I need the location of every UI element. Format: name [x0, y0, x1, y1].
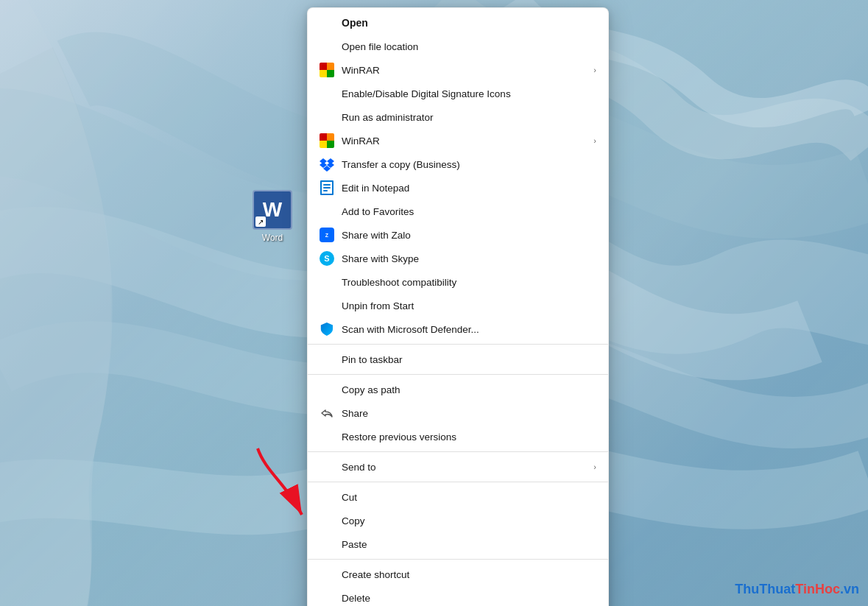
- share-icon: [320, 406, 334, 420]
- no-icon: [320, 591, 334, 605]
- menu-separator: [308, 482, 608, 482]
- no-icon: [320, 298, 334, 313]
- skype-icon: S: [320, 251, 334, 266]
- menu-item-label-unpin-start: Unpin from Start: [342, 300, 596, 311]
- submenu-chevron-send-to: ›: [593, 462, 596, 471]
- menu-item-label-restore-versions: Restore previous versions: [342, 431, 596, 443]
- watermark-text-part1: Thu: [735, 582, 759, 596]
- menu-item-share[interactable]: Share: [308, 401, 608, 425]
- no-icon: [320, 39, 334, 54]
- menu-item-unpin-start[interactable]: Unpin from Start: [308, 294, 608, 317]
- menu-item-label-copy: Copy: [342, 515, 596, 526]
- word-icon[interactable]: W ↗: [253, 190, 292, 230]
- menu-item-enable-disable-sig[interactable]: Enable/Disable Digital Signature Icons: [308, 82, 608, 105]
- menu-item-restore-versions[interactable]: Restore previous versions: [308, 425, 608, 448]
- menu-item-label-copy-as-path: Copy as path: [342, 384, 596, 395]
- watermark-vn: vn: [844, 582, 859, 596]
- menu-item-label-open: Open: [342, 17, 596, 29]
- menu-separator: [308, 451, 608, 452]
- no-icon: [320, 86, 334, 101]
- winrar-icon: [320, 63, 334, 77]
- no-icon: [320, 352, 334, 367]
- menu-item-edit-notepad[interactable]: Edit in Notepad: [308, 176, 608, 200]
- menu-item-winrar-1[interactable]: WinRAR›: [308, 58, 608, 82]
- menu-item-label-create-shortcut: Create shortcut: [342, 569, 596, 580]
- menu-item-paste[interactable]: Paste: [308, 532, 608, 556]
- menu-item-label-add-favorites: Add to Favorites: [342, 206, 596, 217]
- no-icon: [320, 110, 334, 124]
- menu-item-label-pin-taskbar: Pin to taskbar: [342, 354, 596, 365]
- dropbox-icon: [320, 157, 334, 172]
- menu-item-label-winrar-2: WinRAR: [342, 135, 586, 147]
- menu-item-label-run-as-admin: Run as administrator: [342, 112, 596, 123]
- menu-item-label-winrar-1: WinRAR: [342, 65, 586, 76]
- menu-item-label-send-to: Send to: [342, 462, 586, 473]
- menu-item-label-cut: Cut: [342, 492, 596, 503]
- watermark-text-part4: Hoc: [815, 582, 840, 596]
- winrar-icon: [320, 133, 334, 148]
- menu-item-label-delete: Delete: [342, 593, 596, 604]
- menu-item-label-paste: Paste: [342, 539, 596, 550]
- menu-item-winrar-2[interactable]: WinRAR›: [308, 129, 608, 152]
- menu-separator: [308, 374, 608, 375]
- menu-item-troubleshoot[interactable]: Troubleshoot compatibility: [308, 270, 608, 294]
- menu-item-share-zalo[interactable]: Z Share with Zalo: [308, 223, 608, 247]
- submenu-chevron-winrar-2: ›: [593, 136, 596, 145]
- no-icon: [320, 513, 334, 528]
- shortcut-arrow-icon: ↗: [255, 216, 266, 227]
- no-icon: [320, 490, 334, 504]
- submenu-chevron-winrar-1: ›: [593, 66, 596, 74]
- no-icon: [320, 15, 334, 30]
- menu-item-create-shortcut[interactable]: Create shortcut: [308, 563, 608, 586]
- no-icon: [320, 429, 334, 444]
- menu-separator: [308, 344, 608, 345]
- desktop-icon-word[interactable]: W ↗ Word: [243, 190, 302, 243]
- menu-item-scan-defender[interactable]: Scan with Microsoft Defender...: [308, 317, 608, 341]
- zalo-icon: Z: [320, 228, 334, 242]
- no-icon: [320, 275, 334, 289]
- defender-icon: [320, 322, 334, 337]
- menu-item-label-share: Share: [342, 408, 596, 419]
- menu-item-pin-taskbar[interactable]: Pin to taskbar: [308, 348, 608, 371]
- no-icon: [320, 567, 334, 582]
- menu-item-delete[interactable]: Delete: [308, 586, 608, 606]
- menu-item-label-scan-defender: Scan with Microsoft Defender...: [342, 324, 596, 335]
- menu-item-open[interactable]: Open: [308, 11, 608, 35]
- menu-item-label-share-zalo: Share with Zalo: [342, 230, 596, 241]
- menu-item-cut[interactable]: Cut: [308, 485, 608, 509]
- menu-item-share-skype[interactable]: S Share with Skype: [308, 247, 608, 270]
- menu-item-transfer-copy[interactable]: Transfer a copy (Business): [308, 152, 608, 176]
- menu-item-label-troubleshoot: Troubleshoot compatibility: [342, 277, 596, 288]
- menu-item-send-to[interactable]: Send to›: [308, 455, 608, 479]
- menu-item-run-as-admin[interactable]: Run as administrator: [308, 105, 608, 129]
- context-menu: OpenOpen file location WinRAR›Enable/Dis…: [307, 7, 609, 606]
- menu-separator: [308, 559, 608, 560]
- menu-item-add-favorites[interactable]: Add to Favorites: [308, 200, 608, 223]
- no-icon: [320, 537, 334, 552]
- menu-item-label-transfer-copy: Transfer a copy (Business): [342, 159, 596, 170]
- watermark: ThuThuatTinHoc.vn: [735, 582, 859, 597]
- menu-item-label-open-file-location: Open file location: [342, 41, 596, 52]
- watermark-text-part2: Thuat: [759, 582, 795, 596]
- no-icon: [320, 204, 334, 219]
- no-icon: [320, 382, 334, 397]
- desktop-icon-label: Word: [262, 233, 283, 243]
- menu-item-label-share-skype: Share with Skype: [342, 253, 596, 264]
- no-icon: [320, 459, 334, 474]
- menu-item-label-enable-disable-sig: Enable/Disable Digital Signature Icons: [342, 88, 596, 99]
- watermark-text-part3: Tin: [795, 582, 815, 596]
- menu-item-copy-as-path[interactable]: Copy as path: [308, 378, 608, 401]
- menu-item-label-edit-notepad: Edit in Notepad: [342, 183, 596, 194]
- notepad-icon: [320, 180, 334, 195]
- menu-item-copy[interactable]: Copy: [308, 509, 608, 532]
- menu-item-open-file-location[interactable]: Open file location: [308, 35, 608, 58]
